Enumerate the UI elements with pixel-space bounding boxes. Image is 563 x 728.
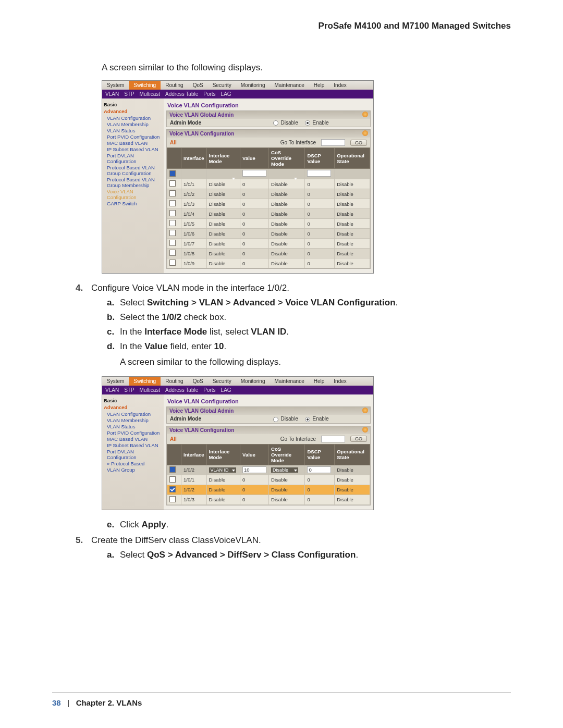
tab-maintenance[interactable]: Maintenance <box>270 81 309 90</box>
go-button[interactable]: GO <box>350 140 367 146</box>
tab-switching[interactable]: Switching <box>129 377 161 386</box>
value-input[interactable] <box>242 170 266 177</box>
help-icon[interactable] <box>362 408 368 413</box>
goto-input[interactable] <box>321 139 345 146</box>
subtab-address-table[interactable]: Address Table <box>165 91 198 97</box>
sidebar-item[interactable]: IP Subnet Based VLAN <box>107 442 162 448</box>
sidebar-item[interactable]: IP Subnet Based VLAN <box>107 146 162 152</box>
sidebar-item[interactable]: VLAN Configuration <box>107 411 162 417</box>
bold: 10 <box>214 341 224 351</box>
tab-system[interactable]: System <box>102 377 129 386</box>
radio-enable[interactable] <box>305 120 310 126</box>
row-checkbox[interactable] <box>169 190 176 196</box>
table-row: 1/0/2Disable0Disable0Disable <box>167 189 370 199</box>
row-checkbox[interactable] <box>169 486 176 492</box>
tab-monitoring[interactable]: Monitoring <box>236 81 270 90</box>
col-dscp: DSCP Value <box>305 444 335 465</box>
tab-routing[interactable]: Routing <box>161 81 188 90</box>
tab-routing[interactable]: Routing <box>161 377 188 386</box>
subtab-ports[interactable]: Ports <box>203 387 215 393</box>
row-checkbox[interactable] <box>169 230 176 236</box>
value-input[interactable]: 10 <box>242 466 266 473</box>
sidebar-item[interactable]: MAC Based VLAN <box>107 140 162 146</box>
sidebar-basic[interactable]: Basic <box>104 102 162 107</box>
subtab-multicast[interactable]: Multicast <box>140 387 160 393</box>
row-checkbox[interactable] <box>169 260 176 266</box>
cell-op: Disable <box>335 475 370 485</box>
table-row: 1/0/4Disable0Disable0Disable <box>167 209 370 219</box>
cell-op: Disable <box>335 258 370 268</box>
sidebar-advanced[interactable]: Advanced <box>104 108 162 114</box>
interface-mode-dropdown[interactable]: VLAN ID <box>209 467 236 473</box>
tab-monitoring[interactable]: Monitoring <box>236 377 270 386</box>
row-checkbox[interactable] <box>169 220 176 226</box>
tab-security[interactable]: Security <box>208 377 236 386</box>
tab-qos[interactable]: QoS <box>188 81 208 90</box>
subtab-stp[interactable]: STP <box>124 91 134 97</box>
row-checkbox[interactable] <box>169 476 176 483</box>
subtab-multicast[interactable]: Multicast <box>140 91 160 97</box>
help-icon[interactable] <box>362 427 368 433</box>
sidebar-item[interactable]: VLAN Status <box>107 128 162 133</box>
row-checkbox[interactable] <box>169 200 176 206</box>
sidebar-item[interactable]: Port DVLAN Configuration <box>107 153 162 164</box>
all-link[interactable]: All <box>170 140 177 145</box>
sidebar-basic[interactable]: Basic <box>104 398 162 403</box>
subtab-lag[interactable]: LAG <box>221 387 231 393</box>
sidebar-item[interactable]: VLAN Membership <box>107 121 162 127</box>
row-checkbox[interactable] <box>169 496 176 502</box>
sidebar-item[interactable]: Port PVID Configuration <box>107 430 162 436</box>
row-checkbox[interactable] <box>169 250 176 256</box>
select-all-checkbox[interactable] <box>169 466 176 473</box>
radio-disable[interactable] <box>273 120 278 126</box>
help-icon[interactable] <box>362 112 368 117</box>
tab-index[interactable]: Index <box>329 81 351 90</box>
tab-maintenance[interactable]: Maintenance <box>270 377 309 386</box>
sidebar-item[interactable]: Port PVID Configuration <box>107 134 162 140</box>
sidebar-item[interactable]: VLAN Membership <box>107 417 162 423</box>
cell-cos: Disable <box>269 475 305 485</box>
row-checkbox[interactable] <box>169 210 176 216</box>
sidebar-item[interactable]: Protocol Based VLAN Group Membership <box>107 177 162 188</box>
sidebar-advanced[interactable]: Advanced <box>104 404 162 410</box>
help-icon[interactable] <box>362 130 368 136</box>
radio-enable-label: Enable <box>312 416 328 422</box>
admin-mode-label: Admin Mode <box>170 416 272 422</box>
sidebar-item-protocol-based[interactable]: » Protocol Based <box>107 461 162 466</box>
step-5a: a.Select QoS > Advanced > DiffServ > Cla… <box>107 550 511 560</box>
tab-qos[interactable]: QoS <box>188 377 208 386</box>
sidebar-item-vlan-group[interactable]: VLAN Group <box>107 467 162 473</box>
go-button[interactable]: GO <box>350 436 367 442</box>
subtab-lag[interactable]: LAG <box>221 91 231 97</box>
sidebar-item[interactable]: Port DVLAN Configuration <box>107 449 162 460</box>
text: Select the <box>120 312 162 322</box>
subtab-ports[interactable]: Ports <box>203 91 215 97</box>
radio-disable[interactable] <box>273 417 278 422</box>
sidebar-item[interactable]: MAC Based VLAN <box>107 436 162 442</box>
row-checkbox[interactable] <box>169 180 176 187</box>
cell-value: 0 <box>240 189 269 199</box>
subtab-vlan[interactable]: VLAN <box>105 387 119 393</box>
select-all-checkbox[interactable] <box>169 170 176 177</box>
all-link[interactable]: All <box>170 436 177 442</box>
goto-input[interactable] <box>321 436 345 442</box>
row-checkbox[interactable] <box>169 240 176 246</box>
tab-help[interactable]: Help <box>309 81 329 90</box>
tab-switching[interactable]: Switching <box>129 81 161 90</box>
tab-system[interactable]: System <box>102 81 129 90</box>
sidebar-item[interactable]: VLAN Status <box>107 424 162 429</box>
subtab-stp[interactable]: STP <box>124 387 134 393</box>
cos-dropdown[interactable]: Disable <box>271 467 298 473</box>
subtab-vlan[interactable]: VLAN <box>105 91 119 97</box>
radio-enable[interactable] <box>305 417 310 422</box>
sidebar-item[interactable]: VLAN Configuration <box>107 115 162 121</box>
sidebar-item-voice-vlan[interactable]: Voice VLAN Configuration <box>107 189 162 200</box>
dscp-input[interactable] <box>307 170 331 177</box>
sidebar-item[interactable]: GARP Switch <box>107 201 162 206</box>
tab-index[interactable]: Index <box>329 377 351 386</box>
subtab-address-table[interactable]: Address Table <box>165 387 198 393</box>
tab-security[interactable]: Security <box>208 81 236 90</box>
tab-help[interactable]: Help <box>309 377 329 386</box>
sidebar-item[interactable]: Protocol Based VLAN Group Configuration <box>107 165 162 176</box>
dscp-input[interactable]: 0 <box>307 466 331 473</box>
